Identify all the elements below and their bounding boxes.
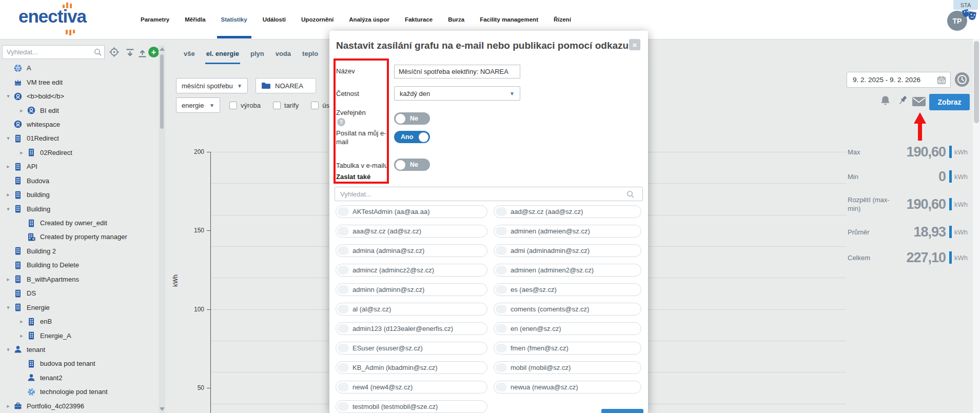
date-range-input[interactable]: 9. 2. 2025 - 9. 2. 2026 — [847, 72, 951, 88]
recipient-checkbox[interactable] — [338, 227, 349, 235]
recipient-item[interactable]: aad@sz.cz (aad@sz.cz) — [494, 205, 641, 218]
show-button[interactable]: Zobraz — [929, 94, 970, 110]
scroll-up-icon[interactable] — [160, 47, 165, 51]
tab-teplo[interactable]: teplo — [302, 50, 318, 61]
checkbox-box[interactable] — [229, 102, 237, 109]
tree-item-budova[interactable]: Budova — [0, 174, 157, 188]
calendar-icon[interactable] — [937, 75, 946, 85]
menu-item-m-idla[interactable]: Měřidla — [185, 0, 205, 39]
recipient-item[interactable]: admincz (admincz2@sz.cz) — [336, 264, 487, 277]
recipient-item[interactable]: new4 (new4@sz.cz) — [336, 381, 487, 394]
expander-icon[interactable]: ▾ — [4, 346, 12, 353]
expander-icon[interactable]: ▾ — [4, 135, 12, 142]
chart-name-input[interactable] — [394, 65, 520, 78]
recipient-checkbox[interactable] — [496, 266, 507, 274]
expander-icon[interactable]: ▾ — [4, 93, 12, 100]
scrollbar-thumb[interactable] — [160, 54, 164, 129]
tree-item-created-by-owner-edit[interactable]: Created by owner_edit — [0, 216, 157, 230]
expander-icon[interactable]: ▸ — [4, 276, 12, 283]
recipient-item[interactable]: adminen (adminen2@sz.cz) — [494, 264, 641, 277]
recipient-checkbox[interactable] — [496, 227, 507, 235]
scroll-down-icon[interactable] — [160, 407, 165, 411]
recipient-checkbox[interactable] — [338, 402, 349, 411]
tree-item-02redirect[interactable]: ▸02Redirect — [0, 146, 157, 160]
tree-item-energie-a[interactable]: ▸Energie_A — [0, 328, 157, 342]
recipient-item[interactable]: es (aes@sz.cz) — [494, 283, 641, 296]
recipient-checkbox[interactable] — [496, 344, 507, 352]
recipient-checkbox[interactable] — [338, 207, 349, 216]
send-to-me-toggle[interactable]: Ano — [394, 131, 430, 143]
recipient-checkbox[interactable] — [496, 246, 507, 255]
recipient-item[interactable]: KB_Admin (kbadmin@sz.cz) — [336, 361, 487, 374]
email-schedule-icon[interactable] — [912, 97, 926, 106]
recipient-item[interactable]: aaa@sz.cz (ad@sz.cz) — [336, 225, 487, 238]
tree-item-created-by-property-manager[interactable]: Created by property manager — [0, 230, 157, 244]
recipient-checkbox[interactable] — [338, 266, 349, 274]
scrollbar-thumb[interactable] — [974, 41, 979, 123]
save-button[interactable] — [601, 409, 643, 413]
collapse-all-icon[interactable] — [137, 48, 148, 58]
recipient-checkbox[interactable] — [496, 285, 507, 294]
expander-icon[interactable]: ▸ — [4, 163, 12, 170]
menu-item-upozorn-n[interactable]: Upozornění — [301, 0, 334, 39]
recipient-search-input[interactable] — [335, 187, 643, 201]
tree-item-api[interactable]: ▸API — [0, 160, 157, 173]
tree-item-bi-edit[interactable]: ▸BI edit — [0, 103, 157, 117]
expander-icon[interactable]: ▾ — [4, 304, 12, 311]
recipient-item[interactable]: adminen (admeien@sz.cz) — [494, 225, 641, 238]
menu-item-parametry[interactable]: Parametry — [141, 0, 169, 39]
recipient-checkbox[interactable] — [496, 363, 507, 372]
recipient-item[interactable]: al (al@sz.cz) — [336, 303, 487, 316]
page-scrollbar[interactable] — [973, 39, 980, 413]
expander-icon[interactable]: ▸ — [17, 149, 26, 156]
recipient-checkbox[interactable] — [338, 324, 349, 333]
recipient-item[interactable]: ESuser (esuser@sz.cz) — [336, 342, 487, 355]
recipient-checkbox[interactable] — [338, 246, 349, 255]
recipient-item[interactable]: adminn (adminn@sz.cz) — [336, 283, 487, 296]
expander-icon[interactable]: ▸ — [17, 332, 26, 339]
recipient-item[interactable]: en (enen@sz.cz) — [494, 322, 641, 335]
checkbox-tarify[interactable]: tarify — [273, 102, 299, 109]
recipient-checkbox[interactable] — [338, 305, 349, 313]
tab-voda[interactable]: voda — [276, 50, 291, 61]
menu-item-ud-losti[interactable]: Události — [263, 0, 286, 39]
recipient-checkbox[interactable] — [338, 285, 349, 294]
recipient-checkbox[interactable] — [338, 344, 349, 352]
impersonation-masks-icon[interactable] — [961, 9, 978, 22]
recipient-item[interactable]: mobil (mobil@sz.cz) — [494, 361, 641, 374]
tree-item-ds[interactable]: DS — [0, 286, 157, 300]
recipient-checkbox[interactable] — [338, 383, 349, 391]
recipient-item[interactable]: testmobil (testmobil@sze.cz) — [336, 400, 487, 413]
checkbox-box[interactable] — [273, 102, 281, 109]
tab-el-energie[interactable]: el. energie — [206, 50, 239, 61]
help-icon[interactable]: ? — [337, 118, 345, 126]
add-node-button[interactable]: + — [148, 47, 159, 57]
recipient-checkbox[interactable] — [496, 305, 507, 313]
recipient-checkbox[interactable] — [496, 207, 507, 216]
checkbox-box[interactable] — [311, 102, 319, 109]
tree-item-budova-pod-tenant[interactable]: budova pod tenant — [0, 357, 157, 370]
tree-item-portfolio-4c023996[interactable]: ▸Portfolio_4c023996 — [0, 399, 157, 413]
expander-icon[interactable]: ▸ — [17, 318, 26, 325]
tab-v-e[interactable]: vše — [184, 50, 195, 61]
recipient-checkbox[interactable] — [496, 383, 507, 391]
published-toggle[interactable]: Ne — [394, 112, 430, 125]
app-logo[interactable]: enectiva — [18, 6, 101, 34]
checkbox-v-roba[interactable]: výroba — [229, 102, 261, 109]
recipient-checkbox[interactable] — [338, 363, 349, 372]
expand-all-icon[interactable] — [125, 48, 135, 58]
tree-item-whitespace[interactable]: whitespace — [0, 117, 157, 131]
recipient-item[interactable]: admin123 (d123ealer@enerfis.cz) — [336, 322, 487, 335]
tree-item-b-bold-b[interactable]: ▾<b>bold</b> — [0, 89, 157, 103]
tree-item-building-2[interactable]: Building 2 — [0, 244, 157, 258]
menu-item-statistiky[interactable]: Statistiky — [221, 0, 247, 39]
tree-scrollbar[interactable] — [159, 45, 165, 413]
tree-item-energie[interactable]: ▾Energie — [0, 300, 157, 314]
tree-item-b-withapartmens[interactable]: ▸B_withApartmens — [0, 272, 157, 286]
frequency-select[interactable]: každý den ▼ — [394, 86, 520, 101]
tree-item-building-to-delete[interactable]: Building to Delete — [0, 258, 157, 272]
recipient-item[interactable]: coments (coments@sz.cz) — [494, 303, 641, 316]
tab-plyn[interactable]: plyn — [250, 50, 264, 61]
locate-node-icon[interactable] — [109, 47, 120, 57]
expander-icon[interactable]: ▸ — [4, 191, 12, 198]
